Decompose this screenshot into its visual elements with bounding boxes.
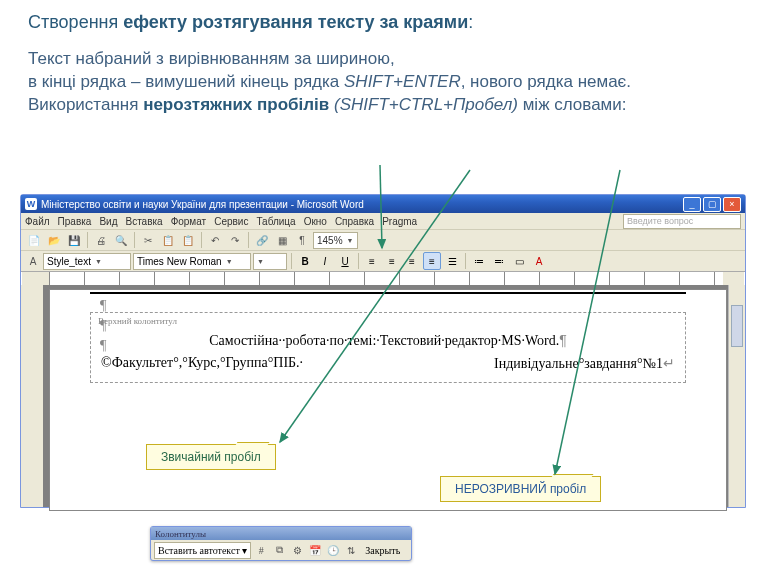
- bullets-button[interactable]: ≕: [490, 252, 508, 270]
- pages-icon[interactable]: ⧉: [271, 542, 287, 558]
- desc-shortcut: (SHIFT+CTRL+Пробел): [329, 95, 518, 114]
- border-button[interactable]: ▭: [510, 252, 528, 270]
- align-right-button[interactable]: ≡: [403, 252, 421, 270]
- vertical-ruler[interactable]: [21, 285, 44, 507]
- header-line-1: Самостійна··робота·по·темі:·Текстовий·ре…: [101, 332, 675, 349]
- menu-pragma[interactable]: Pragma: [382, 216, 417, 227]
- header-text-right: Індивідуальне°завдання°№1: [494, 356, 663, 371]
- float-close-button[interactable]: Закрыть: [365, 545, 400, 556]
- font-value: Times New Roman: [137, 256, 222, 267]
- undo-icon[interactable]: ↶: [206, 231, 224, 249]
- header-area[interactable]: Верхний колонтитул Самостійна··робота·по…: [90, 312, 686, 383]
- help-question-box[interactable]: Введите вопрос: [623, 214, 741, 229]
- chevron-down-icon: ▼: [347, 237, 354, 244]
- chevron-down-icon: ▼: [257, 258, 264, 265]
- desc-line3c: між словами:: [518, 95, 627, 114]
- page[interactable]: Верхний колонтитул Самостійна··робота·по…: [49, 289, 727, 511]
- italic-button[interactable]: I: [316, 252, 334, 270]
- separator: [134, 232, 135, 248]
- header-label: Верхний колонтитул: [98, 316, 675, 326]
- standard-toolbar: 📄 📂 💾 🖨 🔍 ✂ 📋 📋 ↶ ↷ 🔗 ▦ ¶ 145%▼: [21, 230, 745, 251]
- maximize-button[interactable]: ▢: [703, 197, 721, 212]
- font-color-button[interactable]: A: [530, 252, 548, 270]
- desc-line2b: , нового рядка немає.: [461, 72, 631, 91]
- page-number-icon[interactable]: #: [253, 542, 269, 558]
- heading-prefix: Створення: [28, 12, 123, 32]
- float-toolbar-body: Вставить автотекст ▾ # ⧉ ⚙ 📅 🕒 ⇅ Закрыть: [151, 540, 411, 560]
- redo-icon[interactable]: ↷: [226, 231, 244, 249]
- separator: [358, 253, 359, 269]
- style-value: Style_text: [47, 256, 91, 267]
- desc-line3a: Використання: [28, 95, 143, 114]
- heading-suffix: :: [468, 12, 473, 32]
- slide-heading: Створення ефекту розтягування тексту за …: [28, 12, 740, 33]
- heading-bold: ефекту розтягування тексту за краями: [123, 12, 468, 32]
- table-icon[interactable]: ▦: [273, 231, 291, 249]
- menu-table[interactable]: Таблица: [256, 216, 295, 227]
- chevron-down-icon: ▼: [95, 258, 102, 265]
- document-area: Верхний колонтитул Самостійна··робота·по…: [43, 285, 745, 507]
- paste-icon[interactable]: 📋: [179, 231, 197, 249]
- titlebar: W Міністерство освіти и науки України дл…: [21, 195, 745, 213]
- pilcrow-icon[interactable]: ¶: [293, 231, 311, 249]
- menu-tools[interactable]: Сервис: [214, 216, 248, 227]
- align-left-button[interactable]: ≡: [363, 252, 381, 270]
- vertical-scrollbar[interactable]: [728, 285, 745, 507]
- line-spacing-button[interactable]: ☰: [443, 252, 461, 270]
- autotext-combo[interactable]: Вставить автотекст ▾: [154, 542, 251, 559]
- menu-insert[interactable]: Вставка: [125, 216, 162, 227]
- word-window: W Міністерство освіти и науки України дл…: [20, 194, 746, 508]
- desc-line2a: в кінці рядка – вимушений кінець рядка: [28, 72, 344, 91]
- separator: [87, 232, 88, 248]
- switch-icon[interactable]: ⇅: [343, 542, 359, 558]
- date-icon[interactable]: 📅: [307, 542, 323, 558]
- save-icon[interactable]: 💾: [65, 231, 83, 249]
- float-toolbar-title: Колонтитулы: [151, 527, 411, 540]
- open-icon[interactable]: 📂: [45, 231, 63, 249]
- font-combo[interactable]: Times New Roman▼: [133, 253, 251, 270]
- zoom-value: 145%: [317, 235, 343, 246]
- header-line-2: ©Факультет°,°Курс,°Группа°ПІБ.· Індивіду…: [101, 355, 675, 372]
- separator: [465, 253, 466, 269]
- horizontal-rule: [90, 292, 686, 294]
- menu-file[interactable]: Файл: [25, 216, 50, 227]
- numbering-button[interactable]: ≔: [470, 252, 488, 270]
- zoom-combo[interactable]: 145%▼: [313, 232, 358, 249]
- align-center-button[interactable]: ≡: [383, 252, 401, 270]
- preview-icon[interactable]: 🔍: [112, 231, 130, 249]
- callout-regular-space: Звичайний пробіл: [146, 444, 276, 470]
- separator: [291, 253, 292, 269]
- menu-view[interactable]: Вид: [99, 216, 117, 227]
- desc-shift-enter: SHIFT+ENTER: [344, 72, 461, 91]
- header-text-left: ©Факультет°,°Курс,°Группа°ПІБ.·: [101, 355, 303, 372]
- cut-icon[interactable]: ✂: [139, 231, 157, 249]
- header-footer-toolbar[interactable]: Колонтитулы Вставить автотекст ▾ # ⧉ ⚙ 📅…: [150, 526, 412, 561]
- copy-icon[interactable]: 📋: [159, 231, 177, 249]
- word-icon: W: [25, 198, 37, 210]
- menu-help[interactable]: Справка: [335, 216, 374, 227]
- menu-window[interactable]: Окно: [304, 216, 327, 227]
- bold-button[interactable]: B: [296, 252, 314, 270]
- window-title: Міністерство освіти и науки України для …: [41, 199, 364, 210]
- minimize-button[interactable]: _: [683, 197, 701, 212]
- menubar: Файл Правка Вид Вставка Формат Сервис Та…: [21, 213, 745, 230]
- menu-edit[interactable]: Правка: [58, 216, 92, 227]
- close-button[interactable]: ×: [723, 197, 741, 212]
- new-doc-icon[interactable]: 📄: [25, 231, 43, 249]
- chevron-down-icon: ▼: [226, 258, 233, 265]
- size-combo[interactable]: ▼: [253, 253, 287, 270]
- print-icon[interactable]: 🖨: [92, 231, 110, 249]
- time-icon[interactable]: 🕒: [325, 542, 341, 558]
- align-justify-button[interactable]: ≡: [423, 252, 441, 270]
- desc-nbsp-term: нерозтяжних пробілів: [143, 95, 329, 114]
- desc-line1: Текст набраний з вирівнюванням за ширино…: [28, 49, 395, 68]
- format-page-icon[interactable]: ⚙: [289, 542, 305, 558]
- scrollbar-thumb[interactable]: [731, 305, 743, 347]
- style-icon[interactable]: A: [25, 253, 41, 269]
- underline-button[interactable]: U: [336, 252, 354, 270]
- header-text-center: Самостійна··робота·по·темі:·Текстовий·ре…: [209, 333, 559, 348]
- style-combo[interactable]: Style_text▼: [43, 253, 131, 270]
- menu-format[interactable]: Формат: [171, 216, 207, 227]
- window-buttons: _ ▢ ×: [683, 197, 741, 212]
- link-icon[interactable]: 🔗: [253, 231, 271, 249]
